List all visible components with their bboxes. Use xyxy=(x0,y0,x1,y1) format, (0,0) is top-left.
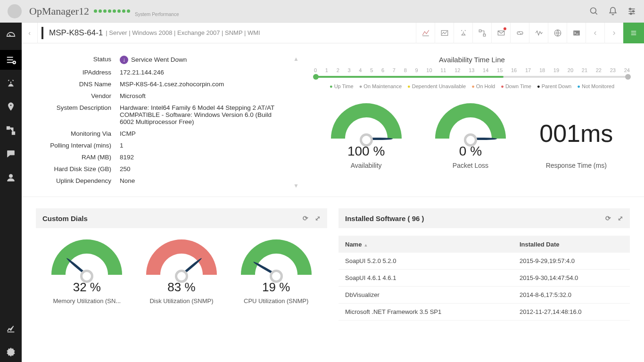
lbl-ip: IPAddress xyxy=(36,69,111,76)
lbl-dns: DNS Name xyxy=(36,81,111,88)
terminal-icon[interactable] xyxy=(567,23,586,43)
table-row[interactable]: Microsoft .NET Framework 3.5 SP12012-11-… xyxy=(339,304,630,321)
activity-icon[interactable] xyxy=(529,23,548,43)
sysperf-label: System Performance xyxy=(135,12,179,17)
device-actions: ‹ › xyxy=(416,23,644,43)
perf-dots xyxy=(94,9,130,13)
detail-pager[interactable]: ▲▼ xyxy=(290,56,300,189)
search-icon[interactable] xyxy=(589,7,599,16)
gauge-response-time: 001ms Response Time (ms) xyxy=(539,119,613,169)
nav-reports[interactable] xyxy=(0,319,22,338)
bell-icon[interactable] xyxy=(608,7,618,16)
nav-user[interactable] xyxy=(0,168,22,188)
nav-alarms[interactable] xyxy=(0,74,22,93)
expand-icon[interactable]: ⤢ xyxy=(315,214,321,222)
nav-dashboard[interactable] xyxy=(0,26,22,46)
timeline-bar[interactable] xyxy=(314,76,630,78)
val-dns: MSP-K8S-64-1.csez.zohocorpin.com xyxy=(120,81,224,88)
menu-button[interactable] xyxy=(623,23,644,43)
refresh-icon[interactable]: ⟳ xyxy=(303,214,308,222)
expand-icon[interactable]: ⤢ xyxy=(618,214,623,222)
val-hd: 250 xyxy=(120,165,131,173)
gauge-availability: 100 % Availability xyxy=(331,103,402,169)
lbl-ram: RAM (MB) xyxy=(36,154,111,161)
workflow-icon[interactable] xyxy=(472,23,491,43)
nav-inventory[interactable] xyxy=(0,50,22,70)
val-desc: Hardware: Intel64 Family 6 Model 44 Step… xyxy=(120,104,280,125)
svg-line-1 xyxy=(595,12,597,14)
device-name: MSP-K8S-64-1 xyxy=(49,28,103,38)
content: Status↓Service Went Down IPAddress172.21… xyxy=(22,43,644,362)
lbl-desc: System Description xyxy=(36,104,111,125)
nav-settings[interactable] xyxy=(0,342,22,362)
dial: 19 %CPU Utilization (SNMP) xyxy=(241,239,312,304)
val-poll: 1 xyxy=(120,142,124,149)
svg-point-16 xyxy=(9,174,12,178)
mail-icon[interactable] xyxy=(491,23,510,43)
settings-sliders-icon[interactable] xyxy=(627,7,636,16)
table-row[interactable]: SoapUI 5.2.0 5.2.02015-9-29,19:57:4.0 xyxy=(339,253,630,270)
panel-title: Custom Dials xyxy=(42,214,88,222)
svg-point-5 xyxy=(629,8,631,9)
nav-workflow[interactable] xyxy=(0,121,22,140)
device-details: Status↓Service Went Down IPAddress172.21… xyxy=(36,56,290,189)
panel-title: Installed Software ( 96 ) xyxy=(345,214,424,222)
collapse-toggle[interactable]: ‹ xyxy=(22,23,38,43)
dial: 32 %Memory Utilization (SN... xyxy=(51,239,122,304)
timeline-legend: Up Time On Maintenance Dependent Unavail… xyxy=(314,83,630,89)
svg-rect-14 xyxy=(7,127,10,130)
table-header: Name▲Installed Date xyxy=(339,236,630,253)
svg-rect-21 xyxy=(483,34,486,36)
timeline-ticks: 0123456789101112131415161718192021222324 xyxy=(314,67,630,73)
lbl-status: Status xyxy=(36,56,111,64)
svg-point-6 xyxy=(633,10,634,12)
left-nav xyxy=(0,23,22,362)
status-down-icon: ↓ xyxy=(120,56,128,64)
val-uplink: None xyxy=(120,177,135,184)
val-ram: 8192 xyxy=(120,154,134,161)
accent-bar xyxy=(41,27,43,39)
svg-point-7 xyxy=(630,13,632,14)
device-meta: | Server | Windows 2008 | Exchange 2007 … xyxy=(106,29,260,36)
perf-icon[interactable] xyxy=(435,23,454,43)
val-ip: 172.21.144.246 xyxy=(120,69,164,76)
panel-installed-software: Installed Software ( 96 )⟳⤢ Name▲Install… xyxy=(339,208,630,321)
refresh-icon[interactable]: ⟳ xyxy=(605,214,611,222)
lbl-vendor: Vendor xyxy=(36,92,111,99)
val-status: Service Went Down xyxy=(131,56,187,63)
globe-icon[interactable] xyxy=(548,23,567,43)
dial: 83 %Disk Utilization (SNMP) xyxy=(146,239,217,304)
val-mon: ICMP xyxy=(120,130,136,137)
topbar: OpManager12 System Performance xyxy=(0,0,644,23)
link-icon[interactable] xyxy=(510,23,529,43)
nav-chat[interactable] xyxy=(0,144,22,164)
avatar[interactable] xyxy=(8,4,22,18)
next-arrow[interactable]: › xyxy=(604,23,623,43)
prev-arrow[interactable]: ‹ xyxy=(586,23,604,43)
svg-point-0 xyxy=(591,8,596,13)
lbl-hd: Hard Disk Size (GB) xyxy=(36,165,111,173)
lbl-mon: Monitoring Via xyxy=(36,130,111,137)
table-row[interactable]: DbVisualizer2014-8-6,17:5:32.0 xyxy=(339,287,630,304)
svg-rect-20 xyxy=(479,30,481,32)
table-row[interactable]: SoapUI 4.6.1 4.6.12015-9-30,14:47:54.0 xyxy=(339,270,630,287)
svg-rect-24 xyxy=(573,30,580,35)
alarm-icon[interactable] xyxy=(454,23,472,43)
nav-maps[interactable] xyxy=(0,97,22,117)
svg-point-13 xyxy=(10,105,12,107)
sort-icon[interactable]: ▲ xyxy=(363,243,368,247)
lbl-poll: Polling Interval (mins) xyxy=(36,142,111,149)
gauge-packet-loss: 0 % Packet Loss xyxy=(435,103,506,169)
lbl-uplink: Uplink Dependency xyxy=(36,177,111,184)
graph-icon[interactable] xyxy=(416,23,435,43)
product-name: OpManager12 xyxy=(29,5,89,17)
timeline-title: Availability Time Line xyxy=(314,56,630,64)
panel-custom-dials: Custom Dials⟳⤢ 32 %Memory Utilization (S… xyxy=(36,208,327,321)
svg-rect-15 xyxy=(12,132,15,135)
val-vendor: Microsoft xyxy=(120,92,146,99)
topbar-actions xyxy=(589,7,636,16)
device-header: ‹ MSP-K8S-64-1 | Server | Windows 2008 |… xyxy=(22,23,644,43)
